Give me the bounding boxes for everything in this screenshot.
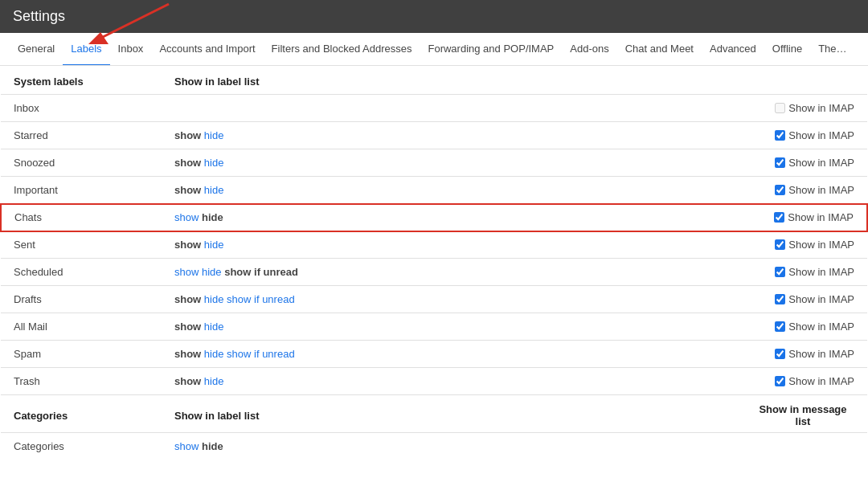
label-actions: show hide xyxy=(162,368,739,395)
table-row: Scheduled show hide show if unread Show … xyxy=(1,259,867,286)
tab-accounts[interactable]: Accounts and Import xyxy=(151,33,263,66)
system-labels-header-row: System labels Show in label list xyxy=(1,66,867,95)
imap-cell: Show in IMAP xyxy=(739,122,867,149)
show-text: show xyxy=(174,293,201,305)
imap-label: Show in IMAP xyxy=(788,211,854,223)
label-name: Starred xyxy=(1,122,162,149)
system-labels-heading: System labels xyxy=(1,66,162,95)
imap-checkbox[interactable] xyxy=(775,103,785,113)
imap-cell: Show in IMAP xyxy=(739,259,867,286)
label-actions: show hide xyxy=(162,204,739,231)
hide-link[interactable]: hide xyxy=(204,184,224,196)
label-actions: show hide show if unread xyxy=(162,286,739,313)
table-row: Snoozed show hide Show in IMAP xyxy=(1,149,867,177)
imap-label: Show in IMAP xyxy=(788,293,854,305)
imap-checkbox[interactable] xyxy=(775,376,785,386)
table-row: Sent show hide Show in IMAP xyxy=(1,231,867,259)
hide-text: hide xyxy=(202,440,223,452)
tab-offline[interactable]: Offline xyxy=(764,33,810,66)
show-text: show xyxy=(174,129,201,141)
imap-label: Show in IMAP xyxy=(788,102,854,114)
tab-labels[interactable]: Labels xyxy=(63,33,109,66)
label-actions: show hide xyxy=(162,149,739,177)
title-bar: Settings xyxy=(0,0,868,33)
imap-checkbox[interactable] xyxy=(775,157,785,168)
hide-link[interactable]: hide xyxy=(202,266,222,278)
show-in-label-list-heading: Show in label list xyxy=(162,66,739,95)
tab-general[interactable]: General xyxy=(10,33,63,66)
label-name: Spam xyxy=(1,341,162,368)
hide-link[interactable]: hide xyxy=(204,129,224,141)
hide-link[interactable]: hide xyxy=(204,239,224,251)
imap-cell: Show in IMAP xyxy=(739,95,867,122)
settings-title: Settings xyxy=(13,8,65,24)
hide-link[interactable]: hide xyxy=(204,321,224,333)
hide-link[interactable]: hide xyxy=(204,348,224,360)
imap-cell: Show in IMAP xyxy=(739,313,867,341)
show-if-unread-link[interactable]: show if unread xyxy=(227,293,295,305)
imap-label: Show in IMAP xyxy=(788,129,854,141)
hide-link[interactable]: hide xyxy=(204,157,224,169)
label-actions: show hide xyxy=(162,122,739,149)
tab-bar: General Labels Inbox Accounts and Import… xyxy=(0,33,868,66)
imap-label: Show in IMAP xyxy=(788,375,854,387)
hide-link[interactable]: hide xyxy=(204,375,224,387)
table-row: Important show hide Show in IMAP xyxy=(1,177,867,204)
imap-checkbox[interactable] xyxy=(775,321,785,332)
show-if-unread-link[interactable]: show if unread xyxy=(227,348,295,360)
imap-checkbox[interactable] xyxy=(775,239,785,250)
table-row: Drafts show hide show if unread Show in … xyxy=(1,286,867,313)
imap-cell: Show in IMAP xyxy=(739,204,867,231)
show-text: show xyxy=(174,321,201,333)
tab-advanced[interactable]: Advanced xyxy=(702,33,764,66)
imap-cell: Show in IMAP xyxy=(739,177,867,204)
imap-cell: Show in IMAP xyxy=(739,368,867,395)
show-link[interactable]: show xyxy=(174,211,199,223)
show-text: show xyxy=(174,375,201,387)
imap-checkbox[interactable] xyxy=(775,185,785,195)
table-row: Inbox Show in IMAP xyxy=(1,95,867,122)
tab-forwarding[interactable]: Forwarding and POP/IMAP xyxy=(420,33,562,66)
imap-checkbox[interactable] xyxy=(775,294,785,304)
imap-label: Show in IMAP xyxy=(788,348,854,360)
show-text: show xyxy=(174,239,201,251)
label-actions: show hide show if unread xyxy=(162,341,739,368)
hide-link[interactable]: hide xyxy=(204,293,224,305)
show-text: show xyxy=(174,348,201,360)
label-name: Important xyxy=(1,177,162,204)
tab-chat[interactable]: Chat and Meet xyxy=(617,33,702,66)
imap-label: Show in IMAP xyxy=(788,321,854,333)
imap-cell: Show in IMAP xyxy=(739,286,867,313)
label-name: Scheduled xyxy=(1,259,162,286)
tab-themes[interactable]: The… xyxy=(810,33,854,66)
label-name: Inbox xyxy=(1,95,162,122)
categories-heading: Categories xyxy=(1,395,162,433)
label-name: Categories xyxy=(1,433,162,460)
imap-checkbox[interactable] xyxy=(775,349,785,359)
tab-filters[interactable]: Filters and Blocked Addresses xyxy=(264,33,420,66)
categories-header-row: Categories Show in label list Show in me… xyxy=(1,395,867,433)
imap-checkbox[interactable] xyxy=(775,267,785,277)
show-text: show xyxy=(174,184,201,196)
label-name: Chats xyxy=(1,204,162,231)
settings-content: System labels Show in label list Inbox S… xyxy=(0,66,868,460)
label-name: Sent xyxy=(1,231,162,259)
table-row: Starred show hide Show in IMAP xyxy=(1,122,867,149)
show-link[interactable]: show xyxy=(174,440,199,452)
show-in-label-list-heading: Show in label list xyxy=(162,395,739,433)
label-actions: show hide xyxy=(162,433,739,460)
imap-label: Show in IMAP xyxy=(788,184,854,196)
label-name: Drafts xyxy=(1,286,162,313)
tab-addons[interactable]: Add-ons xyxy=(562,33,616,66)
label-actions: show hide xyxy=(162,231,739,259)
show-link[interactable]: show xyxy=(174,266,199,278)
imap-checkbox[interactable] xyxy=(774,212,784,223)
imap-cell: Show in IMAP xyxy=(739,341,867,368)
label-actions: show hide show if unread xyxy=(162,259,739,286)
show-in-message-list-heading: Show in message list xyxy=(739,395,867,433)
label-actions: show hide xyxy=(162,177,739,204)
hide-text: hide xyxy=(202,211,223,223)
imap-cell xyxy=(739,433,867,460)
tab-inbox[interactable]: Inbox xyxy=(110,33,152,66)
imap-checkbox[interactable] xyxy=(775,130,785,141)
